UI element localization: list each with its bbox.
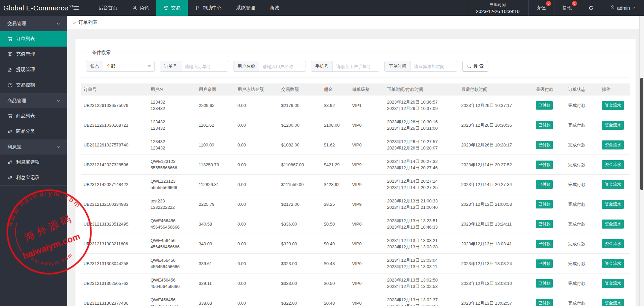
paid-status-badge: 已付款 — [536, 279, 553, 288]
frozen-cell: 0.00 — [235, 234, 278, 254]
nav-item-roles[interactable]: 角色 — [125, 0, 156, 16]
table-row: UB2312132100334933test23313322222222225.… — [81, 194, 630, 214]
last-pay-time-cell: 2023年12月13日 13:03:10 — [459, 273, 533, 293]
order-no-input[interactable] — [181, 61, 228, 71]
commission-cell: $0.50 — [321, 214, 350, 234]
fund-flow-button[interactable]: 资金流水 — [602, 121, 624, 130]
level-cell: VIP1 — [350, 96, 384, 115]
nav-item-mall[interactable]: 商城 — [262, 0, 286, 16]
fund-flow-button[interactable]: 资金流水 — [602, 200, 624, 209]
nav-item-roles-label: 角色 — [140, 5, 149, 11]
action-cell: 资金流水 — [599, 115, 630, 135]
cart-icon — [7, 36, 13, 42]
order-no-filter: 订单号 — [160, 61, 228, 72]
order-status-cell: 完成付款 — [566, 194, 599, 214]
fund-flow-button[interactable]: 资金流水 — [602, 160, 624, 169]
status-selected-value: 全部 — [107, 63, 115, 69]
nav-item-dashboard[interactable]: 后台首页 — [91, 0, 125, 16]
action-cell: 资金流水 — [599, 175, 630, 194]
username-text: QWE456456 — [151, 277, 194, 283]
fund-flow-button[interactable]: 资金流水 — [602, 180, 624, 189]
sidebar-item-interest-records[interactable]: 利息宝记录 — [0, 170, 67, 185]
order-pay-time-cell: 2023年12月13日 13:03:042023年12月13日 13:03:11 — [384, 254, 459, 273]
status-select[interactable]: 全部 — [103, 61, 154, 71]
balance-cell: 113250.73 — [196, 155, 235, 175]
balance-cell: 340.58 — [196, 214, 235, 234]
nav-item-help-center-label: 帮助中心 — [203, 5, 221, 11]
sidebar-item-recharge-management-label: 充值管理 — [16, 51, 35, 57]
order-status-cell: 完成付款 — [566, 155, 599, 175]
sidebar-item-interest-options[interactable]: 利息宝选项 — [0, 155, 67, 170]
balance-cell: 2209.62 — [196, 96, 235, 115]
amount-cell: $329.00 — [278, 234, 321, 254]
sidebar-item-recharge-management[interactable]: 充值管理 — [0, 47, 67, 62]
search-button[interactable]: 搜 索 — [462, 61, 488, 72]
nav-item-help-center[interactable]: 帮助中心 — [188, 0, 229, 16]
user-menu[interactable]: admin — [602, 0, 644, 16]
person-icon — [132, 5, 137, 10]
fund-flow-button[interactable]: 资金流水 — [602, 299, 624, 306]
phone-input[interactable] — [333, 61, 379, 71]
username-text: QWE123123 — [151, 158, 194, 165]
sidebar-group-trade-management[interactable]: 交易管理 — [0, 16, 67, 31]
column-header-9: 是否付款 — [533, 83, 566, 96]
phone-label: 手机号 — [311, 61, 333, 71]
scrollbar-thumb[interactable] — [640, 78, 643, 190]
order-time-text: 2023年12月13日 13:02:37 — [387, 297, 456, 303]
sidebar-item-product-category[interactable]: 商品分类 — [0, 124, 67, 139]
action-cell: 资金流水 — [599, 214, 630, 234]
frozen-cell: 0.00 — [235, 115, 278, 135]
pay-time-text: 2023年12月14日 20:27:46 — [387, 165, 456, 171]
commission-cell: $421.29 — [321, 155, 350, 175]
order-pay-time-cell: 2023年12月13日 13:02:502023年12月13日 13:02:58 — [384, 273, 459, 293]
username-input[interactable] — [259, 61, 306, 71]
fund-flow-button[interactable]: 资金流水 — [602, 259, 624, 268]
gauge-icon — [7, 82, 13, 88]
recharge-button[interactable]: 充值 0 — [528, 0, 554, 16]
paid-status-badge: 已付款 — [536, 121, 553, 129]
recharge-count-badge: 0 — [546, 1, 551, 6]
nav-item-system[interactable]: 系统管理 — [229, 0, 262, 16]
table-row: UB2312131303044258QWE4564564564564566663… — [81, 254, 630, 273]
balance-cell: 1100.00 — [196, 135, 235, 155]
sidebar-group-interest-treasure[interactable]: 利息宝 — [0, 139, 67, 155]
scrollbar[interactable] — [639, 16, 644, 306]
refresh-icon[interactable] — [580, 0, 602, 16]
balance-cell: 2225.79 — [196, 194, 235, 214]
user-phone-text: 1332222222 — [151, 204, 194, 210]
fund-flow-button[interactable]: 资金流水 — [602, 140, 624, 149]
link-icon — [7, 129, 13, 134]
column-header-10: 订单状态 — [566, 83, 599, 96]
sidebar-item-order-list[interactable]: 订单列表 — [0, 31, 67, 47]
app-logo: Global E-Commerce V16 — [0, 0, 67, 16]
order-no-cell: UB2312131303044258 — [81, 254, 148, 273]
paid-cell: 已付款 — [533, 194, 566, 214]
navbar-right: 当地时间 2023-12-26 10:39:10 充值 0 提现 0 admin — [467, 0, 644, 16]
withdraw-button[interactable]: 提现 0 — [554, 0, 580, 16]
fund-flow-button[interactable]: 资金流水 — [602, 101, 624, 110]
nav-item-trade[interactable]: 交易 — [156, 0, 188, 16]
order-time-text: 2023年12月14日 20:27:14 — [387, 178, 456, 184]
sidebar-item-trade-control[interactable]: 交易控制 — [0, 77, 67, 93]
main-nav: 后台首页角色交易帮助中心系统管理商城 — [91, 0, 286, 16]
order-status-cell: 完成付款 — [566, 214, 599, 234]
user-phone-text: 123432 — [151, 105, 194, 112]
order-time-text: 2023年12月13日 13:23:51 — [387, 218, 456, 224]
order-pay-time-cell: 2023年12月26日 10:30:162023年12月26日 10:31:00 — [384, 115, 459, 135]
fund-flow-button[interactable]: 资金流水 — [602, 279, 624, 288]
order-time-input[interactable] — [411, 61, 457, 71]
sidebar-group-product-management[interactable]: 商品管理 — [0, 93, 67, 108]
last-pay-time-cell: 2023年12月13日 13:03:24 — [459, 254, 533, 273]
user-cell: QWE456456456456456666 — [148, 254, 196, 273]
sidebar-item-product-list[interactable]: 商品列表 — [0, 108, 67, 124]
balance-cell: 339.61 — [196, 254, 235, 273]
fund-flow-button[interactable]: 资金流水 — [602, 220, 624, 229]
menu-toggle-icon[interactable] — [67, 0, 85, 16]
order-status-cell: 完成付款 — [566, 273, 599, 293]
paid-cell: 已付款 — [533, 96, 566, 115]
frozen-cell: 0.00 — [235, 194, 278, 214]
fund-flow-button[interactable]: 资金流水 — [602, 239, 624, 248]
order-pay-time-cell: 2023年12月26日 10:36:572023年12月26日 10:37:09 — [384, 96, 459, 115]
nav-item-trade-label: 交易 — [171, 5, 180, 11]
sidebar-item-withdraw-management[interactable]: 提现管理 — [0, 62, 67, 77]
